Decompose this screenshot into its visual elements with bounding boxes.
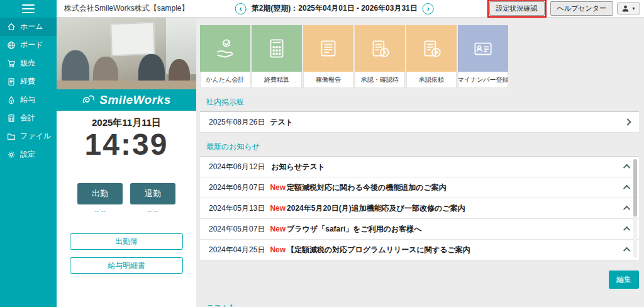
sidebar-item-label: 経費 <box>20 76 35 87</box>
clipboard-clock-icon <box>368 36 392 60</box>
chevron-right-icon[interactable] <box>624 118 631 125</box>
tile-label: かんたん会計 <box>200 72 250 88</box>
tile-mynumber-registration[interactable]: マイナンバー登録 <box>458 25 508 88</box>
globe-icon <box>7 41 16 50</box>
sidebar-item-settings[interactable]: 設定 <box>0 145 57 164</box>
news-scrollbar[interactable] <box>633 159 637 258</box>
chevron-up-icon[interactable] <box>623 226 630 233</box>
sidebar-item-label: 販売 <box>20 58 35 69</box>
folder-icon <box>7 132 16 141</box>
tile-label: マイナンバー登録 <box>458 72 508 88</box>
red-annotation-box: 設定状況確認 <box>487 0 547 18</box>
next-period-button[interactable]: › <box>423 3 434 14</box>
sidebar-item-label: ホーム <box>20 21 43 32</box>
sidebar-item-board[interactable]: ボード <box>0 36 57 54</box>
app-tiles: かんたん会計 経費精算 稼働報告 承認・確認待 承認依頼 <box>200 25 639 88</box>
tile-label: 経費精算 <box>252 72 302 88</box>
current-time: 14:39 <box>57 129 196 160</box>
money-drop-icon <box>7 96 16 104</box>
test1-section-title: テスト1 <box>200 298 639 307</box>
tile-label: 稼働報告 <box>303 72 353 88</box>
clock-panel: SmileWorks 2025年11月11日 14:39 出勤 --:-- 退勤… <box>57 18 196 307</box>
hand-coin-icon <box>213 36 237 60</box>
gear-icon <box>7 150 16 159</box>
news-row[interactable]: 2024年06月07日 New 定額減税対応に関わる今後の機能追加のご案内 <box>200 177 639 198</box>
hamburger-menu-icon[interactable] <box>22 2 35 16</box>
receipt-icon <box>7 77 16 86</box>
news-row[interactable]: 2024年04月25日 New 【定額減税の対応プログラムリリースに関するご案内 <box>200 240 639 260</box>
new-badge: New <box>270 183 286 192</box>
news-title: 最新のお知らせ <box>200 137 639 157</box>
edit-button[interactable]: 編集 <box>609 271 639 289</box>
chevron-down-icon: ▼ <box>631 6 636 11</box>
company-name: 株式会社SmileWorks株式【sample】 <box>64 3 189 14</box>
pay-slip-button[interactable]: 給与明細書 <box>70 257 183 274</box>
bulletin-date: 2025年08月26日 <box>209 117 265 128</box>
clipboard-request-icon <box>419 36 443 60</box>
user-menu-button[interactable]: ▼ <box>617 3 640 14</box>
sidebar-item-label: 給与 <box>20 94 35 105</box>
calculator-book-icon <box>265 36 289 60</box>
tile-work-report[interactable]: 稼働報告 <box>303 25 353 88</box>
sidebar-item-payroll[interactable]: 給与 <box>0 91 57 109</box>
bulletin-row[interactable]: 2025年08月26日 テスト <box>200 112 639 133</box>
bulletin-board-title: 社内掲示板 <box>200 92 639 112</box>
sidebar-item-label: 設定 <box>20 149 35 160</box>
sidebar-item-accounting[interactable]: 会計 <box>0 109 57 127</box>
sidebar-item-expenses[interactable]: 経費 <box>0 72 57 91</box>
calculator-icon <box>7 114 16 123</box>
cart-icon <box>7 59 16 68</box>
new-badge: New <box>270 204 286 213</box>
sidebar: ホーム ボード 販売 経費 給与 会計 ファイル 設定 <box>0 0 57 307</box>
sidebar-item-label: ファイル <box>20 131 51 142</box>
chevron-up-icon[interactable] <box>623 206 630 213</box>
tile-label: 承認依頼 <box>406 72 457 88</box>
news-row[interactable]: 2024年06月12日 お知らせテスト <box>200 157 639 177</box>
top-header: 株式会社SmileWorks株式【sample】 ‹ 第2期(翌期)：2025年… <box>57 0 644 18</box>
bulletin-text: テスト <box>270 117 293 128</box>
office-photo: SmileWorks <box>57 18 196 111</box>
news-row[interactable]: 2024年05月13日 New 2024年5月20日(月)追加機能応及び一部改修… <box>200 198 639 219</box>
sidebar-item-sales[interactable]: 販売 <box>0 54 57 72</box>
sidebar-item-files[interactable]: ファイル <box>0 127 57 145</box>
news-list: 2024年06月12日 お知らせテスト 2024年06月07日 New 定額減税… <box>200 157 639 260</box>
new-badge: New <box>270 225 286 233</box>
sidebar-item-label: 会計 <box>20 113 35 123</box>
tile-label: 承認・確認待 <box>355 72 405 88</box>
main-content: かんたん会計 経費精算 稼働報告 承認・確認待 承認依頼 <box>200 18 644 307</box>
scrollbar-thumb[interactable] <box>633 159 637 216</box>
chevron-up-icon[interactable] <box>623 164 630 171</box>
sidebar-item-label: ボード <box>20 40 43 50</box>
user-icon <box>621 4 630 13</box>
tile-expense-settlement[interactable]: 経費精算 <box>252 25 302 88</box>
settings-status-button[interactable]: 設定状況確認 <box>489 1 545 16</box>
clock-out-time: --:-- <box>147 207 158 215</box>
period-navigator: ‹ 第2期(翌期)：2025年04月01日 - 2026年03月31日 › <box>235 3 434 14</box>
report-document-icon <box>316 36 340 60</box>
tile-easy-accounting[interactable]: かんたん会計 <box>200 25 250 88</box>
smileworks-logo-mark-icon <box>82 94 96 106</box>
previous-period-button[interactable]: ‹ <box>235 3 247 14</box>
chevron-up-icon[interactable] <box>623 247 630 254</box>
tile-approval-request[interactable]: 承認依頼 <box>406 25 457 88</box>
clock-in-time: --:-- <box>94 207 106 215</box>
clock-out-button[interactable]: 退勤 <box>130 183 175 204</box>
sidebar-item-home[interactable]: ホーム <box>0 18 57 36</box>
help-center-button[interactable]: ヘルプセンター <box>550 1 614 16</box>
tile-approval-waiting[interactable]: 承認・確認待 <box>355 25 405 88</box>
fiscal-period-label: 第2期(翌期)：2025年04月01日 - 2026年03月31日 <box>252 3 418 14</box>
id-card-icon <box>471 36 495 60</box>
chevron-up-icon[interactable] <box>623 185 630 192</box>
home-icon <box>7 23 16 31</box>
news-row[interactable]: 2024年05月07日 New ブラウザ「safari」をご利用のお客様へ <box>200 219 639 240</box>
attendance-book-button[interactable]: 出勤簿 <box>70 233 183 250</box>
clock-in-button[interactable]: 出勤 <box>77 183 123 204</box>
smileworks-logo: SmileWorks <box>57 89 196 111</box>
new-badge: New <box>270 245 286 254</box>
